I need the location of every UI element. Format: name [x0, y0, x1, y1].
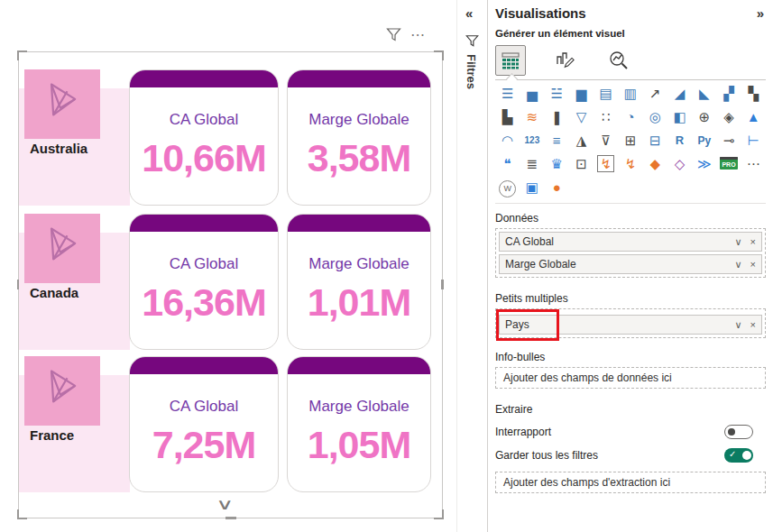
extraction-dropzone[interactable]: Ajouter des champs d'extraction ici: [495, 472, 766, 493]
pane-divider: [495, 203, 766, 204]
azure-map-icon[interactable]: ▲: [741, 107, 766, 127]
line-chart-icon[interactable]: ↗: [643, 84, 667, 104]
power-apps-icon[interactable]: ◇: [667, 154, 692, 174]
r-script-icon[interactable]: R: [667, 131, 692, 151]
kpi-card-ca-global[interactable]: CA Global 10,66M: [129, 69, 279, 206]
card-visual-icon[interactable]: 123: [520, 131, 544, 151]
filters-pane-collapsed[interactable]: « Filtres: [456, 0, 487, 532]
scatter-chart-icon[interactable]: ∷: [594, 107, 618, 127]
tab-build-visual[interactable]: [495, 45, 526, 76]
kpi-card-ca-global[interactable]: CA Global 16,36M: [129, 214, 279, 350]
area-chart-icon[interactable]: ◢: [667, 84, 692, 104]
stacked-bar-chart-icon[interactable]: ☰: [495, 84, 520, 104]
stacked-column-chart-icon[interactable]: ▅: [520, 84, 544, 104]
new-slicer-icon[interactable]: ↯: [618, 154, 642, 174]
pro-visual-icon[interactable]: PRO: [716, 152, 741, 175]
pane-tabs: [495, 44, 766, 77]
chevron-down-icon[interactable]: ∨: [735, 259, 742, 271]
field-pill-marge-globale[interactable]: Marge Globale ∨ ×: [499, 254, 762, 274]
small-multiples-visual[interactable]: Australia CA Global 10,66M Marge Globale…: [18, 51, 443, 518]
field-pill-ca-global[interactable]: CA Global ∨ ×: [499, 232, 762, 252]
chevron-down-icon[interactable]: ∨: [735, 236, 742, 248]
key-influencers-icon[interactable]: ⊸: [716, 131, 741, 151]
kpi-card-marge-globale[interactable]: Marge Globale 1,05M: [287, 356, 431, 492]
stacked-area-chart-icon[interactable]: ◣: [692, 84, 716, 104]
kpi-card-ca-global[interactable]: CA Global 7,25M: [129, 356, 279, 492]
pie-chart-icon[interactable]: ◔: [618, 107, 642, 127]
line-stacked-column-chart-icon[interactable]: ▞: [716, 84, 741, 104]
kpi-card-marge-globale[interactable]: Marge Globale 1,01M: [287, 214, 431, 350]
hundred-stacked-column-chart-icon[interactable]: ▥: [618, 84, 642, 104]
new-card-icon[interactable]: ↯: [594, 154, 618, 174]
kpi-value: 3,58M: [288, 136, 430, 180]
more-visuals-icon[interactable]: ⋯: [741, 154, 766, 174]
selection-handle-bottom-right[interactable]: [434, 509, 444, 519]
interrapport-toggle[interactable]: [724, 425, 753, 439]
garder-filtres-label: Garder tous les filtres: [495, 449, 598, 462]
garder-filtres-toggle[interactable]: ✓: [724, 448, 753, 463]
tabs-underline: [495, 79, 766, 80]
info-bulles-dropzone[interactable]: Ajouter des champs de données ici: [495, 367, 766, 389]
selection-handle-bottom-left[interactable]: [17, 509, 27, 519]
pane-subtitle: Générer un élément visuel: [495, 28, 766, 39]
word-visual-icon[interactable]: W: [495, 177, 520, 197]
image-visual-icon[interactable]: ▣: [520, 178, 544, 197]
country-logo-tile: [24, 69, 100, 139]
multi-row-card-icon[interactable]: ≡: [545, 131, 569, 151]
small-multiple-row-france: France CA Global 7,25M Marge Globale 1,0…: [19, 356, 440, 492]
selection-handle-top-right[interactable]: [434, 50, 444, 60]
metrics-icon[interactable]: ♛: [545, 154, 569, 174]
map-icon[interactable]: ⊕: [692, 107, 716, 127]
selection-handle-bottom[interactable]: [225, 517, 236, 519]
ribbon-chart-icon[interactable]: ≋: [520, 107, 544, 127]
remove-field-icon[interactable]: ×: [750, 319, 756, 330]
collapse-pane-icon[interactable]: »: [757, 5, 764, 21]
power-automate-icon[interactable]: ≫: [692, 154, 716, 174]
kpi-icon[interactable]: ◮: [569, 131, 594, 151]
arcgis-map-icon[interactable]: ◆: [643, 154, 667, 174]
tab-analytics[interactable]: [603, 45, 634, 76]
chevron-down-icon[interactable]: ∨: [735, 319, 742, 331]
donnees-field-well[interactable]: CA Global ∨ × Marge Globale ∨ ×: [495, 228, 766, 278]
more-options-icon[interactable]: ⋯: [410, 31, 426, 40]
tab-format-visual[interactable]: [549, 45, 580, 76]
table-icon[interactable]: ⊞: [618, 131, 642, 151]
paginated-report-icon[interactable]: ⊡: [569, 154, 594, 174]
expand-filters-icon[interactable]: «: [465, 5, 473, 21]
smart-narrative-icon[interactable]: ≣: [520, 154, 544, 174]
line-clustered-column-chart-icon[interactable]: ▚: [741, 84, 766, 104]
selection-handle-top-left[interactable]: [17, 50, 27, 60]
petits-multiples-field-well[interactable]: Pays ∨ ×: [495, 308, 766, 338]
filled-map-icon[interactable]: ◈: [716, 107, 741, 127]
kpi-label: CA Global: [130, 398, 278, 416]
hundred-stacked-bar-chart-icon[interactable]: ▤: [594, 84, 618, 104]
qa-icon[interactable]: ❝: [495, 154, 520, 174]
scroll-down-icon[interactable]: ∨: [216, 495, 234, 514]
filter-funnel-icon[interactable]: [386, 27, 401, 42]
clustered-column-chart-icon[interactable]: ▆: [569, 84, 594, 104]
selection-handle-right[interactable]: [441, 280, 444, 289]
kpi-card-marge-globale[interactable]: Marge Globale 3,58M: [287, 69, 431, 206]
clustered-bar-chart-icon[interactable]: ☱: [545, 84, 569, 104]
remove-field-icon[interactable]: ×: [750, 236, 756, 247]
slicer-icon[interactable]: ⊽: [594, 131, 618, 151]
visual-gallery-row-1: ☰ ▅ ☱ ▆ ▤ ▥ ↗ ◢ ◣ ▞ ▚: [495, 83, 766, 104]
remove-field-icon[interactable]: ×: [750, 259, 756, 270]
donut-chart-icon[interactable]: ◎: [643, 107, 667, 127]
matrix-icon[interactable]: ⊟: [643, 131, 667, 151]
histogram-chart-icon[interactable]: ❚: [545, 107, 569, 127]
funnel-chart-icon[interactable]: ▽: [569, 107, 594, 127]
decomposition-tree-icon[interactable]: ⊢: [741, 131, 766, 151]
section-label-donnees: Données: [495, 212, 766, 225]
triangle-logo-icon: [41, 365, 84, 408]
gauge-icon[interactable]: ◠: [495, 131, 520, 151]
fish-custom-visual-icon[interactable]: ●: [545, 178, 569, 197]
visual-hover-actions: ⋯: [386, 27, 426, 42]
waterfall-chart-icon[interactable]: ▙: [495, 107, 520, 127]
treemap-icon[interactable]: ◧: [667, 107, 692, 127]
python-script-icon[interactable]: Py: [692, 131, 716, 151]
visualizations-pane: Visualisations » Générer un élément visu…: [487, 0, 773, 532]
section-label-extraire: Extraire: [495, 403, 766, 416]
field-pill-pays[interactable]: Pays ∨ ×: [499, 315, 762, 335]
filters-pane-label: Filtres: [465, 54, 478, 89]
